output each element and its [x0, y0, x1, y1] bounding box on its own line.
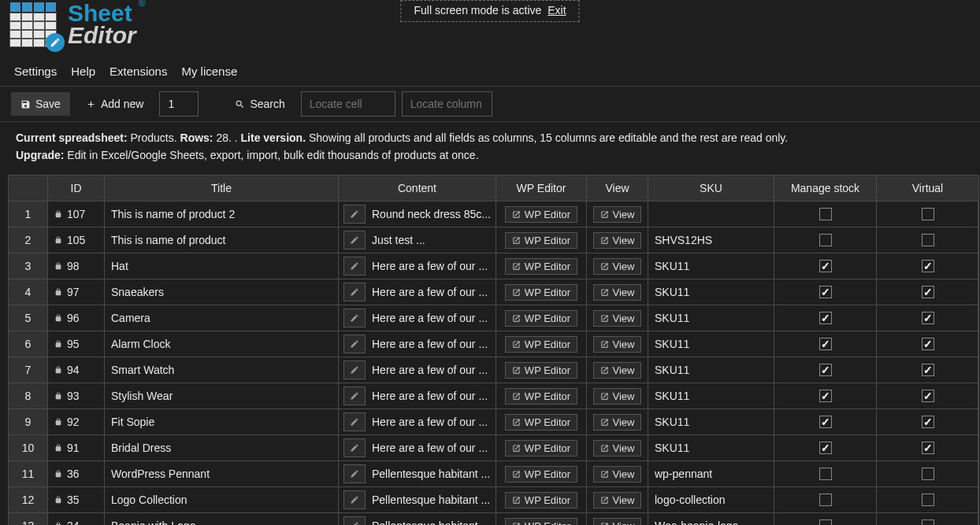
view-button[interactable]: View: [593, 336, 642, 353]
virtual-checkbox[interactable]: [922, 338, 934, 350]
cell-sku[interactable]: SHVS12HS: [648, 227, 774, 253]
row-number[interactable]: 9: [9, 409, 48, 435]
cell-sku[interactable]: SKU11: [648, 383, 774, 409]
edit-content-button[interactable]: [343, 283, 366, 301]
virtual-checkbox[interactable]: [922, 286, 934, 298]
view-button[interactable]: View: [593, 258, 642, 275]
row-number[interactable]: 10: [9, 435, 48, 461]
cell-id[interactable]: 97: [48, 279, 105, 305]
cell-content[interactable]: Here are a few of our ...: [339, 305, 496, 331]
edit-content-button[interactable]: [343, 231, 366, 250]
row-number[interactable]: 11: [9, 461, 48, 487]
cell-id[interactable]: 98: [48, 253, 105, 279]
menu-help[interactable]: Help: [71, 65, 95, 78]
row-number[interactable]: 3: [9, 253, 48, 279]
row-number[interactable]: 12: [9, 487, 48, 513]
view-button[interactable]: View: [593, 284, 642, 301]
column-header[interactable]: WP Editor: [496, 176, 587, 201]
view-button[interactable]: View: [593, 492, 642, 508]
cell-title[interactable]: Alarm Clock: [105, 331, 339, 357]
edit-content-button[interactable]: [343, 205, 366, 224]
edit-content-button[interactable]: [343, 386, 366, 405]
spreadsheet[interactable]: IDTitleContentWP EditorViewSKUManage sto…: [8, 175, 978, 525]
cell-title[interactable]: Bridal Dress: [105, 435, 339, 461]
column-header[interactable]: View: [587, 176, 648, 201]
virtual-checkbox[interactable]: [922, 208, 934, 220]
manage-stock-checkbox[interactable]: [819, 260, 832, 272]
cell-content[interactable]: Here are a few of our ...: [339, 253, 496, 279]
cell-content[interactable]: Here are a few of our ...: [339, 279, 496, 305]
cell-sku[interactable]: [648, 201, 774, 227]
manage-stock-checkbox[interactable]: [819, 519, 832, 525]
cell-id[interactable]: 92: [48, 409, 105, 435]
cell-content[interactable]: Here are a few of our ...: [339, 331, 496, 357]
view-button[interactable]: View: [593, 362, 642, 379]
cell-title[interactable]: This is name of product 2: [105, 201, 339, 227]
cell-title[interactable]: WordPress Pennant: [105, 461, 339, 487]
cell-content[interactable]: Here are a few of our ...: [339, 357, 496, 383]
row-number[interactable]: 6: [9, 331, 48, 357]
cell-sku[interactable]: wp-pennant: [648, 461, 774, 487]
cell-sku[interactable]: SKU11: [648, 253, 774, 279]
manage-stock-checkbox[interactable]: [819, 416, 832, 428]
cell-title[interactable]: Camera: [105, 305, 339, 331]
cell-content[interactable]: Pellentesque habitant ...: [339, 513, 496, 525]
manage-stock-checkbox[interactable]: [819, 312, 832, 324]
cell-sku[interactable]: SKU11: [648, 279, 774, 305]
column-header[interactable]: Title: [105, 176, 339, 201]
edit-content-button[interactable]: [343, 309, 366, 327]
cell-title[interactable]: This is name of product: [105, 227, 339, 253]
view-button[interactable]: View: [593, 388, 642, 405]
wp-editor-button[interactable]: WP Editor: [505, 336, 577, 353]
view-button[interactable]: View: [593, 206, 642, 223]
edit-content-button[interactable]: [343, 360, 366, 379]
menu-settings[interactable]: Settings: [14, 65, 57, 78]
virtual-checkbox[interactable]: [922, 519, 934, 525]
manage-stock-checkbox[interactable]: [819, 442, 832, 454]
save-button[interactable]: Save: [11, 92, 70, 116]
manage-stock-checkbox[interactable]: [819, 338, 832, 350]
menu-license[interactable]: My license: [181, 65, 237, 78]
page-number-input[interactable]: [159, 91, 199, 116]
cell-sku[interactable]: SKU11: [648, 331, 774, 357]
cell-sku[interactable]: SKU11: [648, 409, 774, 435]
virtual-checkbox[interactable]: [922, 364, 934, 376]
row-number[interactable]: 5: [9, 305, 48, 331]
cell-title[interactable]: Hat: [105, 253, 339, 279]
column-header[interactable]: ID: [48, 176, 105, 201]
wp-editor-button[interactable]: WP Editor: [505, 258, 577, 275]
menu-extensions[interactable]: Extensions: [110, 65, 167, 78]
cell-id[interactable]: 91: [48, 435, 105, 461]
virtual-checkbox[interactable]: [922, 494, 934, 506]
cell-id[interactable]: 34: [48, 513, 105, 525]
virtual-checkbox[interactable]: [922, 234, 934, 246]
manage-stock-checkbox[interactable]: [819, 234, 832, 246]
locate-column-input[interactable]: [402, 91, 492, 116]
cell-title[interactable]: Fit Sopie: [105, 409, 339, 435]
cell-sku[interactable]: SKU11: [648, 357, 774, 383]
view-button[interactable]: View: [593, 440, 642, 457]
wp-editor-button[interactable]: WP Editor: [505, 206, 577, 223]
cell-id[interactable]: 35: [48, 487, 105, 513]
cell-content[interactable]: Here are a few of our ...: [339, 409, 496, 435]
cell-id[interactable]: 94: [48, 357, 105, 383]
cell-id[interactable]: 105: [48, 227, 105, 253]
row-number[interactable]: 2: [9, 227, 48, 253]
view-button[interactable]: View: [593, 232, 642, 249]
column-header[interactable]: Virtual: [877, 176, 979, 201]
edit-content-button[interactable]: [343, 335, 366, 353]
virtual-checkbox[interactable]: [922, 260, 934, 272]
wp-editor-button[interactable]: WP Editor: [505, 440, 577, 457]
view-button[interactable]: View: [593, 518, 642, 525]
cell-content[interactable]: Here are a few of our ...: [339, 383, 496, 409]
wp-editor-button[interactable]: WP Editor: [505, 232, 577, 249]
row-number[interactable]: 13: [9, 513, 48, 525]
edit-content-button[interactable]: [343, 438, 366, 457]
view-button[interactable]: View: [593, 310, 642, 327]
edit-content-button[interactable]: [343, 464, 366, 483]
cell-id[interactable]: 36: [48, 461, 105, 487]
column-header[interactable]: [9, 176, 48, 201]
cell-content[interactable]: Round neck dress 85c...: [339, 201, 496, 227]
edit-content-button[interactable]: [343, 516, 366, 525]
cell-title[interactable]: Logo Collection: [105, 487, 339, 513]
